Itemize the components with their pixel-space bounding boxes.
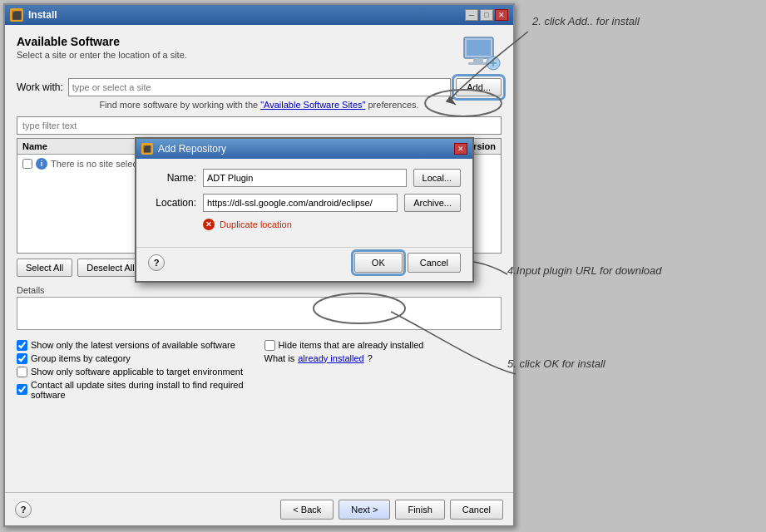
title-bar-left: ⬛ Install [10,8,57,22]
dialog-title-bar: ⬛ Add Repository ✕ [136,139,472,159]
archive-button[interactable]: Archive... [404,194,461,212]
dialog-bottom: ? OK Cancel [136,247,472,281]
location-label: Location: [148,197,196,209]
work-with-label: Work with: [17,81,63,93]
deselect-all-button[interactable]: Deselect All [77,259,143,277]
title-bar-buttons: ─ □ ✕ [465,9,508,21]
software-sites-row: Find more software by working with the "… [17,100,502,110]
contact-update-sites-option: Contact all update sites during install … [17,380,255,400]
details-section: Details [17,285,502,330]
group-by-category-checkbox[interactable] [17,353,27,364]
cancel-button[interactable]: Cancel [450,500,503,520]
dialog-icon: ⬛ [141,143,153,155]
page-subtitle: Select a site or enter the location of a… [17,50,187,60]
info-icon: i [36,158,47,170]
show-applicable-checkbox[interactable] [17,367,27,377]
dialog-action-buttons: OK Cancel [354,253,461,273]
show-latest-option: Show only the latest versions of availab… [17,340,255,351]
available-software-sites-link[interactable]: "Available Software Sites" [260,100,365,110]
hide-installed-option: Hide items that are already installed [264,340,502,351]
next-button[interactable]: Next > [339,500,390,520]
bottom-right: < Back Next > Finish Cancel [280,500,503,520]
computer-icon [460,35,502,71]
close-button[interactable]: ✕ [495,9,508,21]
software-sites-after: preferences. [365,100,418,110]
name-label: Name: [148,172,196,184]
page-header: Available Software Select a site or ente… [17,35,187,60]
already-installed-link[interactable]: already installed [298,353,364,363]
help-button[interactable]: ? [15,501,32,518]
window-title: Install [28,9,57,21]
dialog-close-button[interactable]: ✕ [454,143,467,155]
error-icon: ✕ [203,219,215,230]
dialog-title: Add Repository [158,143,226,155]
contact-update-sites-checkbox[interactable] [17,384,27,395]
group-by-category-label: Group items by category [31,353,131,363]
dialog-cancel-button[interactable]: Cancel [408,253,461,273]
show-applicable-option: Show only software applicable to target … [17,367,255,377]
header-row: Available Software Select a site or ente… [17,35,502,71]
filter-input[interactable] [17,116,502,135]
group-by-category-option: Group items by category [17,353,255,364]
dialog-content: Name: Local... Location: Archive... ✕ Du… [136,159,472,247]
name-input[interactable] [203,169,407,187]
details-box [17,297,502,330]
callout-step2: 2. click Add.. for install [532,15,640,27]
location-field-row: Location: Archive... [148,194,461,212]
hide-installed-label: Hide items that are already installed [279,340,424,350]
already-installed-row: What is already installed ? [264,353,502,363]
work-with-row: Work with: Add... [17,78,502,96]
callout-step4: 4.Input plugin URL for download [507,264,662,277]
site-input[interactable] [68,78,451,96]
no-site-checkbox[interactable] [22,159,32,169]
software-sites-text: Find more software by working with the [99,100,260,110]
local-button[interactable]: Local... [413,169,461,187]
svg-rect-1 [467,40,491,56]
contact-update-sites-label: Contact all update sites during install … [31,380,255,400]
what-is-text: What is [264,353,295,363]
finish-button[interactable]: Finish [395,500,444,520]
dialog-title-left: ⬛ Add Repository [141,143,226,155]
error-row: ✕ Duplicate location [203,219,461,230]
bottom-left: ? [15,501,32,518]
back-button[interactable]: < Back [280,500,334,520]
minimize-button[interactable]: ─ [465,9,478,21]
options-section: Show only the latest versions of availab… [17,337,502,402]
select-all-button[interactable]: Select All [17,259,72,277]
svg-rect-2 [473,58,483,62]
options-grid: Show only the latest versions of availab… [17,340,502,402]
show-applicable-label: Show only software applicable to target … [31,367,243,377]
ok-button[interactable]: OK [354,253,403,273]
options-right: Hide items that are already installed Wh… [264,340,502,402]
add-button[interactable]: Add... [456,78,502,96]
show-latest-checkbox[interactable] [17,340,27,351]
options-left: Show only the latest versions of availab… [17,340,255,402]
callout-step5: 5. click OK for install [507,357,605,370]
svg-rect-3 [468,62,488,65]
details-label: Details [17,285,502,295]
location-input[interactable] [203,194,398,212]
bottom-bar: ? < Back Next > Finish Cancel [5,492,513,525]
already-installed-after: ? [368,353,373,363]
hide-installed-checkbox[interactable] [264,340,275,351]
dialog-help-button[interactable]: ? [148,254,165,271]
page-title: Available Software [17,35,187,48]
maximize-button[interactable]: □ [480,9,493,21]
title-bar: ⬛ Install ─ □ ✕ [5,5,513,25]
add-repository-dialog: ⬛ Add Repository ✕ Name: Local... Locati… [135,137,474,283]
name-field-row: Name: Local... [148,169,461,187]
error-text: Duplicate location [220,219,292,229]
name-column-header: Name [22,141,47,151]
window-icon: ⬛ [10,8,23,22]
show-latest-label: Show only the latest versions of availab… [31,340,235,350]
